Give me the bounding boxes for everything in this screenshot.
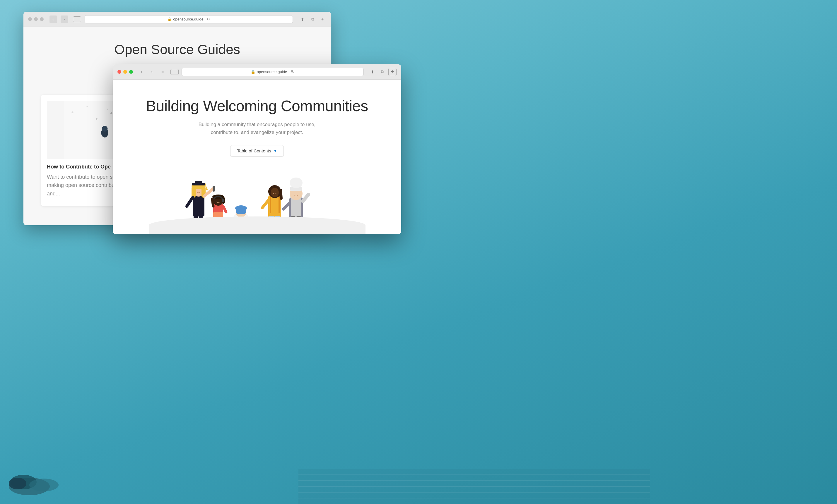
svg-line-71 <box>262 200 268 208</box>
fg-share-button[interactable]: ⬆ <box>369 68 377 76</box>
bg-browser-actions: ⬆ ⧉ ＋ <box>299 16 326 23</box>
bg-forward-button[interactable]: › <box>60 16 68 23</box>
fg-minimize-button[interactable] <box>123 70 127 74</box>
toc-button-label: Table of Contents <box>237 148 271 153</box>
bg-page-title: Open Source Guides <box>41 41 313 57</box>
bg-url-bar[interactable]: 🔒 opensource.guide ↻ <box>85 15 293 23</box>
bg-lock-icon: 🔒 <box>167 17 172 21</box>
fg-back-button[interactable]: ‹ <box>138 68 145 76</box>
ground-wave <box>149 217 366 234</box>
bg-back-button[interactable]: ‹ <box>50 16 57 23</box>
fg-close-button[interactable] <box>118 70 121 74</box>
svg-point-93 <box>29 479 58 491</box>
fg-forward-button[interactable]: › <box>148 68 156 76</box>
svg-point-69 <box>271 188 279 197</box>
bg-url-text: opensource.guide <box>173 17 203 21</box>
fg-lock-icon: 🔒 <box>251 70 255 74</box>
toc-chevron-icon: ▼ <box>273 149 277 153</box>
bg-traffic-lights <box>28 17 43 21</box>
fg-reload-button[interactable]: ↻ <box>291 69 295 75</box>
fg-new-tab-button[interactable]: + <box>388 68 396 76</box>
svg-rect-35 <box>213 186 215 192</box>
svg-point-12 <box>102 126 108 132</box>
svg-line-70 <box>281 190 281 198</box>
bg-maximize-button[interactable] <box>40 17 43 21</box>
bg-reload-button[interactable]: ↻ <box>207 17 210 21</box>
svg-line-34 <box>204 189 213 196</box>
svg-point-3 <box>107 109 108 110</box>
fg-browser-chrome: ‹ › ≡ 🔒 opensource.guide ↻ ⬆ ⧉ + <box>113 64 401 79</box>
svg-rect-27 <box>195 181 202 183</box>
svg-rect-64 <box>270 195 271 213</box>
svg-line-48 <box>212 199 213 206</box>
bg-new-tab-button[interactable]: ＋ <box>319 16 326 23</box>
fg-page-subtitle: Building a community that encourages peo… <box>136 120 378 136</box>
svg-rect-54 <box>236 208 246 214</box>
svg-line-81 <box>303 194 308 201</box>
svg-point-1 <box>72 111 73 113</box>
fg-menu-button[interactable]: ≡ <box>159 68 166 76</box>
bg-browser-chrome: ‹ › 🔒 opensource.guide ↻ ⬆ ⧉ ＋ <box>23 12 331 27</box>
bg-sidebar-button[interactable] <box>73 16 81 22</box>
bg-share-button[interactable]: ⬆ <box>299 16 306 23</box>
bg-close-button[interactable] <box>28 17 32 21</box>
svg-point-29 <box>206 188 208 190</box>
svg-line-36 <box>187 198 193 206</box>
svg-point-2 <box>87 106 88 107</box>
svg-rect-26 <box>192 183 205 185</box>
foreground-browser-window: ‹ › ≡ 🔒 opensource.guide ↻ ⬆ ⧉ + Buildin… <box>113 64 401 234</box>
fg-browser-content: Building Welcoming Communities Building … <box>113 79 401 234</box>
svg-point-94 <box>9 478 26 489</box>
bg-minimize-button[interactable] <box>34 17 38 21</box>
table-of-contents-button[interactable]: Table of Contents ▼ <box>230 145 284 156</box>
bg-copy-button[interactable]: ⧉ <box>309 16 316 23</box>
svg-rect-24 <box>192 186 196 198</box>
fg-copy-button[interactable]: ⧉ <box>378 68 387 76</box>
fg-page-title: Building Welcoming Communities <box>136 97 378 115</box>
fg-maximize-button[interactable] <box>129 70 133 74</box>
svg-point-80 <box>290 178 303 188</box>
fg-browser-actions: ⬆ ⧉ + <box>369 68 396 76</box>
svg-line-82 <box>284 203 289 209</box>
fg-sidebar-button[interactable] <box>171 69 179 75</box>
fg-url-bar[interactable]: 🔒 opensource.guide ↻ <box>182 68 364 76</box>
desktop-surface <box>111 469 837 504</box>
fg-url-text: opensource.guide <box>257 70 287 74</box>
rocks-decoration <box>6 451 94 495</box>
fg-traffic-lights <box>118 70 133 74</box>
community-illustration <box>155 158 360 234</box>
svg-rect-43 <box>222 199 224 202</box>
svg-line-49 <box>223 206 226 212</box>
